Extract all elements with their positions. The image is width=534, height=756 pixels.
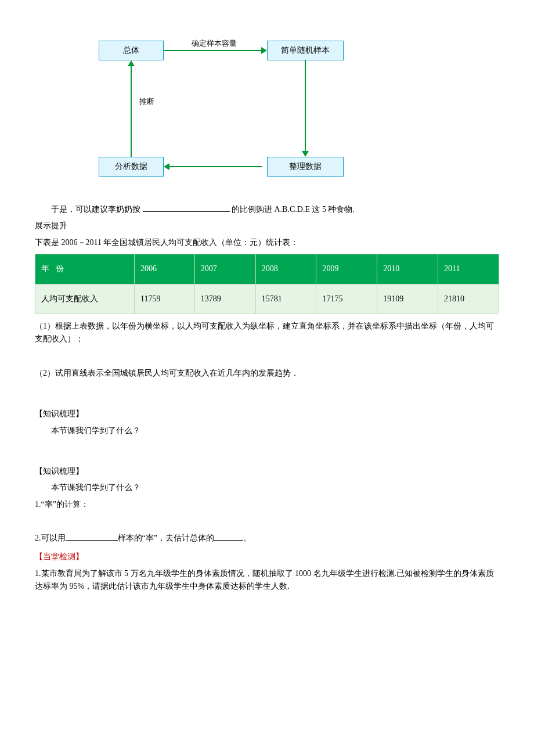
item-2-post: 。 xyxy=(243,534,251,542)
th-year-2: 2008 xyxy=(255,254,316,284)
section-show: 展示提升 xyxy=(35,219,499,232)
exam-q1: 1.某市教育局为了解该市 5 万名九年级学生的身体素质情况，随机抽取了 1000… xyxy=(35,567,499,593)
table-body-row: 人均可支配收入 11759 13789 15781 17175 19109 21… xyxy=(35,284,499,314)
knowledge-body-2: 本节课我们学到了什么？ xyxy=(35,481,499,494)
td-income-label: 人均可支配收入 xyxy=(35,284,135,314)
flow-box-jiandan: 简单随机样本 xyxy=(267,41,344,60)
th-year-0: 2006 xyxy=(135,254,195,284)
th-year-3: 2009 xyxy=(316,254,377,284)
exam-title: 【当堂检测】 xyxy=(35,550,499,563)
question-1: （1）根据上表数据，以年份为横坐标，以人均可支配收入为纵坐标，建立直角坐标系，并… xyxy=(35,320,499,346)
flow-label-top: 确定样本容量 xyxy=(192,38,237,50)
item-2-blank-1 xyxy=(66,532,118,541)
table-header-row: 年 份 2006 2007 2008 2009 2010 2011 xyxy=(35,254,499,284)
arrow-left-head xyxy=(128,60,135,66)
arrow-bottom-head xyxy=(164,163,169,170)
item-2-mid: 样本的“率”，去估计总体的 xyxy=(118,534,214,542)
flow-box-fenxi: 分析数据 xyxy=(99,157,164,177)
suggestion-prefix: 于是，可以建议李奶奶按 xyxy=(51,205,143,214)
arrow-bottom xyxy=(169,166,262,167)
arrow-right xyxy=(305,60,306,152)
suggestion-suffix: 的比例购进 A.B.C.D.E 这 5 种食物. xyxy=(232,205,355,214)
item-2-pre: 2.可以用 xyxy=(35,534,66,542)
flow-label-left: 推断 xyxy=(139,96,154,108)
th-year-1: 2007 xyxy=(194,254,255,284)
knowledge-title-1: 【知识梳理】 xyxy=(35,408,499,420)
item-2: 2.可以用样本的“率”，去估计总体的。 xyxy=(35,532,499,545)
suggestion-para: 于是，可以建议李奶奶按 的比例购进 A.B.C.D.E 这 5 种食物. xyxy=(35,203,499,216)
item-2-blank-2 xyxy=(214,532,243,541)
td-income-4: 19109 xyxy=(377,284,438,314)
td-income-2: 15781 xyxy=(255,284,316,314)
td-income-1: 13789 xyxy=(194,284,255,314)
arrow-top xyxy=(164,50,262,51)
td-income-0: 11759 xyxy=(135,284,195,314)
knowledge-body-1: 本节课我们学到了什么？ xyxy=(35,424,499,437)
arrow-left xyxy=(131,66,132,157)
arrow-top-head xyxy=(261,47,267,54)
suggestion-blank xyxy=(143,203,230,212)
question-2: （2）试用直线表示全国城镇居民人均可支配收入在近几年内的发展趋势． xyxy=(35,367,499,380)
income-table: 年 份 2006 2007 2008 2009 2010 2011 人均可支配收… xyxy=(35,254,499,314)
flow-box-zhengli: 整理数据 xyxy=(267,157,344,177)
flowchart: 总体 简单随机样本 分析数据 整理数据 确定样本容量 推断 xyxy=(93,41,371,192)
item-1: 1.“率”的计算： xyxy=(35,498,499,511)
knowledge-title-2: 【知识梳理】 xyxy=(35,465,499,478)
td-income-3: 17175 xyxy=(316,284,377,314)
flow-box-zongti: 总体 xyxy=(99,41,164,60)
th-year-label: 年 份 xyxy=(35,254,135,284)
th-year-5: 2011 xyxy=(438,254,499,284)
td-income-5: 21810 xyxy=(438,284,499,314)
table-intro: 下表是 2006－2011 年全国城镇居民人均可支配收入（单位：元）统计表： xyxy=(35,236,499,249)
th-year-4: 2010 xyxy=(377,254,438,284)
arrow-right-head xyxy=(302,151,309,157)
